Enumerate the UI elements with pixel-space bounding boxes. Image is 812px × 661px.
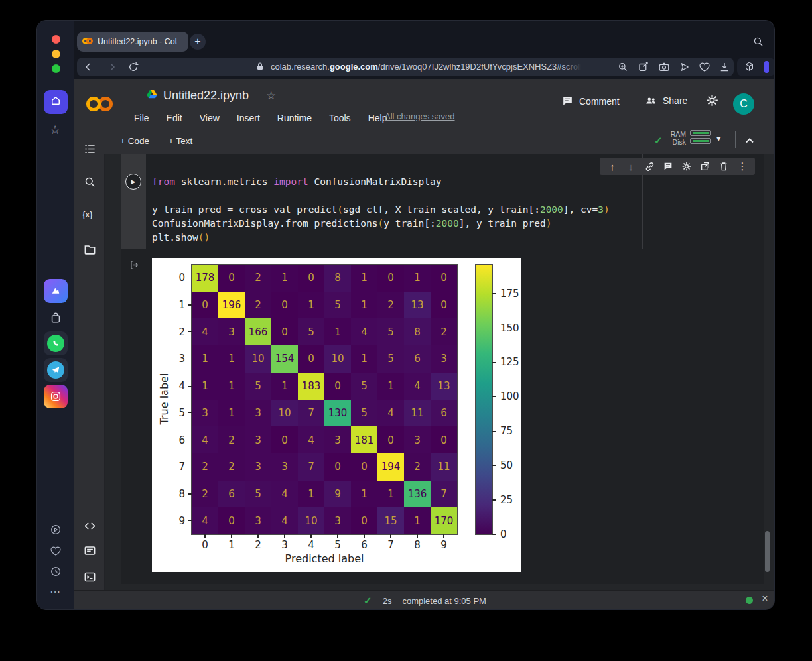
matrix-cell: 2 (404, 453, 431, 481)
url-text[interactable]: colab.research.google.com/drive/1woq07IJ… (271, 62, 581, 72)
code-snippets-icon[interactable] (84, 520, 96, 532)
matrix-cell: 6 (431, 400, 457, 427)
extension-cube-icon[interactable] (744, 61, 756, 73)
browser-sidebar: ☆ (37, 21, 74, 610)
url-bar[interactable]: colab.research.google.com/drive/1woq07IJ… (77, 58, 734, 76)
execution-message: completed at 9:05 PM (402, 596, 486, 606)
user-avatar[interactable]: C (733, 93, 754, 115)
menu-tools[interactable]: Tools (329, 113, 351, 123)
cell-more-icon[interactable]: ⋮ (736, 160, 748, 172)
notebook-scrollbar[interactable] (765, 531, 770, 572)
history-clock-icon[interactable] (50, 566, 62, 577)
comment-label: Comment (579, 96, 620, 107)
matrix-cell: 5 (245, 373, 271, 400)
cell-settings-gear-icon[interactable] (681, 160, 693, 172)
resources-dropdown-icon[interactable]: ▾ (716, 133, 721, 143)
comment-button[interactable]: Comment (561, 95, 620, 107)
move-cell-down-icon[interactable]: ↓ (625, 160, 637, 172)
back-icon[interactable] (82, 61, 94, 73)
menu-bar: FileEditViewInsertRuntimeToolsHelp (134, 111, 387, 125)
matrix-cell: 0 (192, 292, 218, 319)
add-text-button[interactable]: + Text (169, 133, 192, 148)
y-tick-label: 2 (152, 326, 185, 338)
app-icon-instagram[interactable] (44, 385, 68, 408)
colorbar-tick-mark (492, 396, 496, 397)
matrix-cell: 3 (218, 318, 245, 345)
app-icon-shopping-bag[interactable] (44, 306, 68, 330)
variables-icon[interactable]: {x} (82, 210, 100, 221)
favorites-heart-icon[interactable] (50, 545, 62, 557)
x-tick-label: 3 (271, 539, 298, 551)
disk-label: Disk (661, 139, 686, 146)
extension-box[interactable] (737, 58, 775, 76)
menu-insert[interactable]: Insert (237, 113, 260, 123)
download-icon[interactable] (718, 61, 730, 73)
x-tick-label: 2 (245, 539, 271, 551)
menu-edit[interactable]: Edit (167, 113, 182, 123)
reload-icon[interactable] (127, 61, 139, 73)
x-tick-label: 0 (192, 539, 218, 551)
zoom-page-icon[interactable] (617, 61, 629, 73)
matrix-cell: 0 (351, 453, 377, 481)
add-code-button[interactable]: + Code (120, 133, 149, 148)
favorite-heart-icon[interactable] (699, 61, 710, 73)
y-tick-mark (188, 278, 192, 278)
app-icon-whatsapp[interactable] (44, 331, 68, 355)
star-notebook-icon[interactable]: ☆ (266, 89, 276, 103)
window-zoom-light[interactable] (52, 64, 60, 73)
disk-meter[interactable] (690, 138, 711, 144)
app-icon-arc[interactable] (44, 279, 68, 303)
more-options-icon[interactable]: ⋯ (50, 585, 62, 597)
matrix-cell: 8 (324, 265, 351, 292)
collapse-header-icon[interactable] (743, 134, 756, 150)
drive-icon (146, 89, 158, 102)
new-tab-button[interactable]: + (190, 34, 206, 50)
menu-view[interactable]: View (200, 113, 220, 123)
browser-search-icon[interactable] (752, 36, 764, 48)
notebook-title[interactable]: Untitled22.ipynb (163, 89, 249, 103)
forward-icon[interactable] (106, 61, 118, 73)
find-replace-icon[interactable] (84, 176, 96, 188)
menu-file[interactable]: File (134, 113, 149, 123)
matrix-cell: 1 (377, 481, 404, 508)
command-palette-icon[interactable] (84, 544, 96, 556)
matrix-cell: 7 (298, 453, 324, 481)
menu-runtime[interactable]: Runtime (277, 113, 312, 123)
matrix-cell: 1 (218, 400, 245, 427)
share-send-icon[interactable] (679, 61, 691, 73)
y-tick-mark (188, 304, 192, 305)
open-in-tab-icon[interactable] (699, 160, 711, 172)
favorites-star-icon[interactable]: ☆ (50, 123, 62, 135)
cell-comment-icon[interactable] (662, 160, 674, 172)
matrix-cell: 1 (404, 265, 431, 292)
window-close-light[interactable] (52, 35, 60, 44)
share-button[interactable]: Share (644, 95, 687, 107)
y-tick-mark (188, 412, 192, 413)
code-editor[interactable]: from sklearn.metrics import ConfusionMat… (152, 175, 610, 245)
copy-link-icon[interactable] (643, 160, 655, 172)
code-cell: ▶ from sklearn.metrics import ConfusionM… (121, 154, 764, 584)
sidebar-toggle-pill[interactable] (764, 61, 769, 73)
matrix-cell: 3 (431, 345, 457, 373)
files-folder-icon[interactable] (84, 243, 96, 255)
screenshot-camera-icon[interactable] (658, 61, 670, 73)
delete-cell-trash-icon[interactable] (718, 160, 730, 172)
matrix-cell: 1 (377, 373, 404, 400)
edit-page-icon[interactable] (638, 61, 649, 73)
ram-meter[interactable] (690, 130, 711, 136)
matrix-cell: 154 (271, 345, 298, 373)
table-of-contents-icon[interactable] (84, 143, 96, 154)
cell-toolbar: ↑ ↓ ⋮ (600, 158, 755, 175)
save-status[interactable]: All changes saved (385, 111, 455, 121)
move-cell-up-icon[interactable]: ↑ (606, 160, 618, 172)
terminal-icon[interactable] (84, 571, 96, 583)
run-cell-button[interactable]: ▶ (125, 174, 141, 190)
matrix-cell: 0 (298, 345, 324, 373)
window-minimize-light[interactable] (52, 50, 60, 58)
dismiss-status-icon[interactable]: × (759, 593, 771, 605)
app-icon-telegram[interactable] (44, 358, 68, 382)
media-play-icon[interactable] (50, 524, 62, 536)
browser-tab[interactable]: Untitled22.ipynb - Colab (77, 32, 188, 52)
settings-gear-button[interactable] (705, 93, 719, 107)
home-button[interactable] (44, 90, 68, 114)
